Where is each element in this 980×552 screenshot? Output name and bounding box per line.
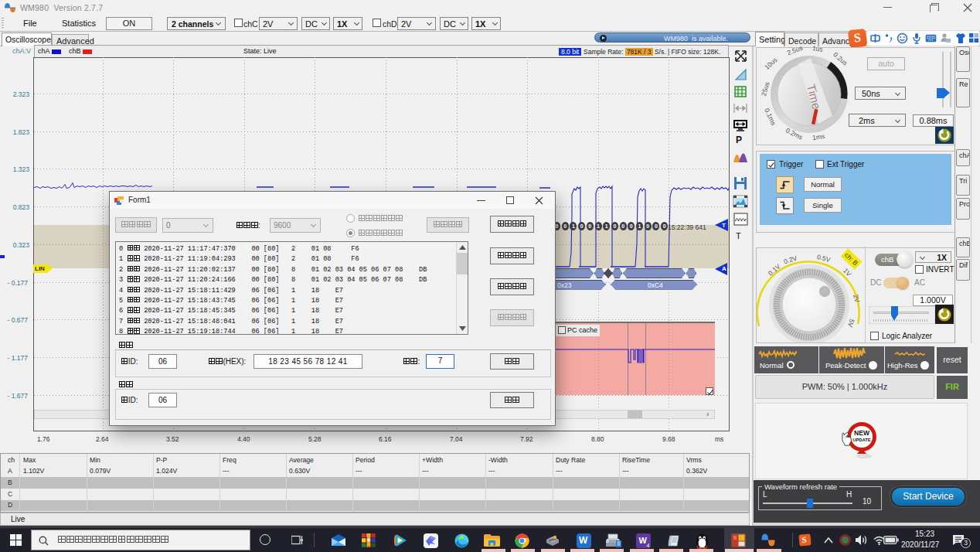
svg-text:UPDATE: UPDATE — [852, 438, 871, 442]
svg-text:NEW: NEW — [854, 429, 870, 437]
